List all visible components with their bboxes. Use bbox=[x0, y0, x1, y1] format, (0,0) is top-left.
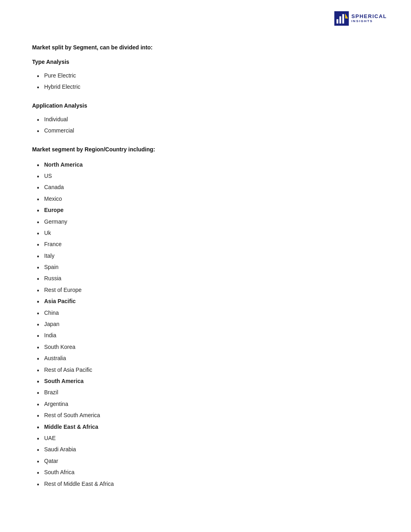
list-item: China bbox=[32, 307, 379, 318]
application-analysis-list: Individual Commercial bbox=[32, 114, 379, 137]
list-item: Mexico bbox=[32, 193, 379, 204]
type-analysis-title: Type Analysis bbox=[32, 59, 379, 65]
list-item: Commercial bbox=[32, 125, 379, 136]
list-item: Qatar bbox=[32, 455, 379, 467]
list-item: Rest of Asia Pacific bbox=[32, 364, 379, 375]
main-content: Market split by Segment, can be divided … bbox=[32, 44, 379, 489]
spherical-insights-logo-icon bbox=[334, 11, 349, 26]
logo-text: SPHERICAL INSIGHTS bbox=[351, 14, 387, 23]
logo-sub: INSIGHTS bbox=[351, 20, 387, 23]
application-analysis-title: Application Analysis bbox=[32, 102, 379, 109]
list-item: Asia Pacific bbox=[32, 296, 379, 307]
list-item: South Africa bbox=[32, 467, 379, 478]
list-item: South America bbox=[32, 375, 379, 387]
list-item: Rest of South America bbox=[32, 410, 379, 421]
svg-rect-2 bbox=[340, 16, 342, 24]
list-item: Italy bbox=[32, 250, 379, 261]
list-item: France bbox=[32, 238, 379, 250]
list-item: UAE bbox=[32, 432, 379, 444]
list-item: Europe bbox=[32, 204, 379, 216]
list-item: Individual bbox=[32, 114, 379, 125]
list-item: Hybrid Electric bbox=[32, 81, 379, 92]
list-item: Spain bbox=[32, 261, 379, 273]
list-item: Pure Electric bbox=[32, 70, 379, 81]
svg-rect-1 bbox=[337, 19, 339, 24]
list-item: Rest of Europe bbox=[32, 284, 379, 296]
regions-list: North AmericaUSCanadaMexicoEuropeGermany… bbox=[32, 159, 379, 489]
logo-brand: SPHERICAL bbox=[351, 14, 387, 19]
list-item: Brazil bbox=[32, 387, 379, 398]
list-item: South Korea bbox=[32, 341, 379, 353]
svg-rect-3 bbox=[342, 14, 344, 23]
list-item: Japan bbox=[32, 318, 379, 330]
list-item: Argentina bbox=[32, 398, 379, 410]
list-item: Middle East & Africa bbox=[32, 421, 379, 432]
region-heading: Market segment by Region/Country includi… bbox=[32, 146, 379, 153]
main-heading: Market split by Segment, can be divided … bbox=[32, 44, 379, 51]
type-analysis-list: Pure Electric Hybrid Electric bbox=[32, 70, 379, 93]
list-item: Uk bbox=[32, 227, 379, 238]
list-item: Rest of Middle East & Africa bbox=[32, 478, 379, 489]
list-item: US bbox=[32, 170, 379, 181]
logo-area: SPHERICAL INSIGHTS bbox=[334, 11, 387, 26]
list-item: Germany bbox=[32, 216, 379, 227]
list-item: Saudi Arabia bbox=[32, 444, 379, 455]
list-item: Canada bbox=[32, 181, 379, 193]
list-item: India bbox=[32, 330, 379, 341]
list-item: Russia bbox=[32, 273, 379, 284]
list-item: Australia bbox=[32, 353, 379, 364]
list-item: North America bbox=[32, 159, 379, 170]
